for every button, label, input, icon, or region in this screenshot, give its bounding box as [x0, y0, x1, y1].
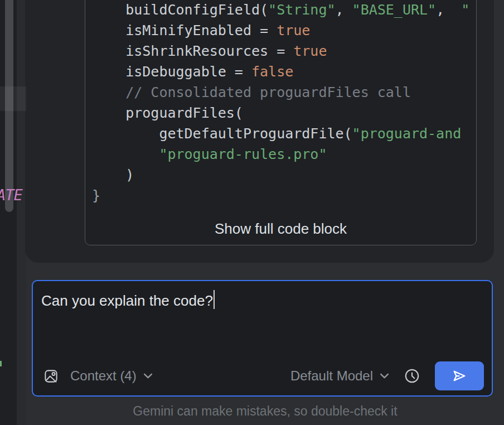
send-button[interactable]: [435, 361, 484, 390]
chat-input-value[interactable]: Can you explain the code?: [41, 290, 215, 310]
gemini-chat-panel: ATE buildConfigField("String", "BASE_URL…: [0, 0, 504, 425]
attach-image-button[interactable]: [43, 369, 59, 384]
model-selector-label: Default Model: [290, 368, 373, 384]
chat-input-box[interactable]: Can you explain the code? Context (4) De…: [32, 280, 493, 397]
assistant-message-bubble: buildConfigField("String", "BASE_URL", "…: [25, 0, 494, 263]
show-full-code-block-button[interactable]: Show full code block: [85, 220, 476, 238]
chevron-down-icon: [143, 373, 153, 379]
context-dropdown-label: Context (4): [70, 368, 137, 384]
composer-toolbar: Context (4) Default Model: [33, 361, 492, 390]
send-icon: [451, 368, 468, 384]
clock-icon: [404, 368, 420, 384]
history-button[interactable]: [404, 368, 420, 384]
editor-clipped-code-text: ATE: [0, 186, 22, 204]
code-content: buildConfigField("String", "BASE_URL", "…: [92, 0, 469, 206]
disclaimer-text: Gemini can make mistakes, so double-chec…: [26, 404, 504, 419]
chevron-down-icon: [380, 373, 389, 379]
code-block: buildConfigField("String", "BASE_URL", "…: [85, 0, 477, 245]
image-icon: [43, 369, 59, 384]
model-selector-dropdown[interactable]: Default Model: [290, 368, 389, 384]
context-dropdown[interactable]: Context (4): [70, 368, 153, 384]
git-change-marker: [0, 361, 2, 366]
text-cursor: [214, 290, 215, 309]
editor-line-highlight: [0, 86, 26, 111]
